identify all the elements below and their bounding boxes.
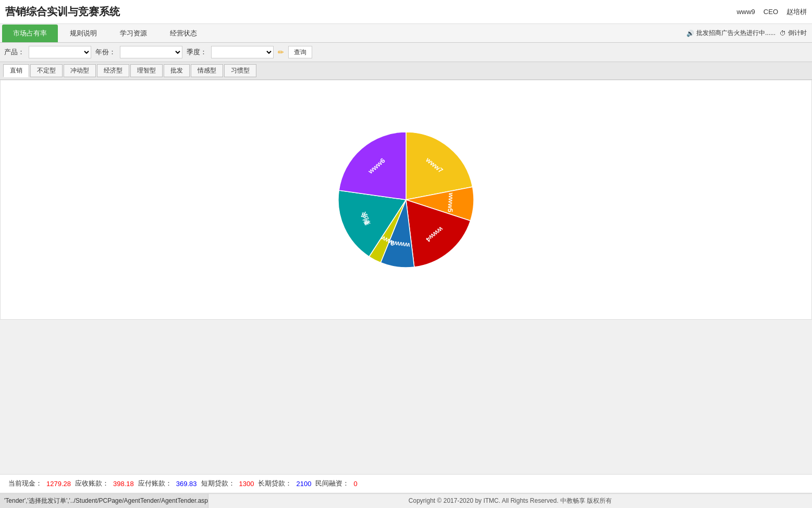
subtab-emotional[interactable]: 情感型 bbox=[191, 64, 223, 77]
speaker-icon: 🔊 bbox=[686, 30, 694, 37]
subtab-impulse[interactable]: 冲动型 bbox=[64, 64, 96, 77]
subtab-wholesale[interactable]: 批发 bbox=[164, 64, 190, 77]
nav-right: 🔊 批发招商广告火热进行中...... ⏱ 倒计时 bbox=[686, 29, 807, 38]
timer-label: 倒计时 bbox=[788, 29, 807, 38]
product-label: 产品： bbox=[4, 47, 24, 57]
query-icon[interactable]: ✏ bbox=[278, 48, 284, 56]
app-title: 营销综合实训与竞赛系统 bbox=[5, 5, 120, 19]
username: www9 bbox=[736, 8, 755, 16]
nav-bar: 市场占有率 规则说明 学习资源 经营状态 🔊 批发招商广告火热进行中......… bbox=[0, 24, 812, 43]
user-name: 赵培栟 bbox=[786, 7, 807, 17]
announcement-bar: 🔊 批发招商广告火热进行中...... bbox=[686, 29, 776, 38]
pie-chart: www7www5www4www3www2剩余www6 bbox=[328, 122, 484, 278]
timer-area: ⏱ 倒计时 bbox=[780, 29, 807, 38]
year-label: 年份： bbox=[95, 47, 116, 57]
chart-container: www7www5www4www3www2剩余www6 bbox=[6, 88, 806, 312]
header: 营销综合实训与竞赛系统 www9 CEO 赵培栟 bbox=[0, 0, 812, 24]
year-select[interactable] bbox=[120, 46, 182, 58]
season-select[interactable] bbox=[211, 46, 274, 58]
main-content: www7www5www4www3www2剩余www6 bbox=[0, 80, 812, 320]
nav-tab-status[interactable]: 经营状态 bbox=[159, 25, 208, 42]
user-role: CEO bbox=[764, 8, 778, 16]
nav-tab-rules[interactable]: 规则说明 bbox=[59, 25, 108, 42]
nav-tab-market[interactable]: 市场占有率 bbox=[2, 25, 58, 42]
subtabs: 直销 不定型 冲动型 经济型 理智型 批发 情感型 习惯型 bbox=[0, 62, 812, 80]
pie-label-www5: www5 bbox=[446, 192, 455, 212]
subtab-economy[interactable]: 经济型 bbox=[97, 64, 129, 77]
announcement-text: 批发招商广告火热进行中...... bbox=[696, 29, 776, 38]
season-label: 季度： bbox=[187, 47, 207, 57]
query-button[interactable]: 查询 bbox=[288, 46, 312, 58]
toolbar: 产品： 年份： 季度： ✏ 查询 bbox=[0, 43, 812, 62]
subtab-rational[interactable]: 理智型 bbox=[130, 64, 163, 77]
nav-tab-resources[interactable]: 学习资源 bbox=[109, 25, 158, 42]
subtab-undefined[interactable]: 不定型 bbox=[30, 64, 63, 77]
subtab-direct[interactable]: 直销 bbox=[3, 64, 29, 77]
timer-icon: ⏱ bbox=[780, 30, 786, 37]
header-right: www9 CEO 赵培栟 bbox=[736, 7, 807, 17]
product-select[interactable] bbox=[29, 46, 91, 58]
subtab-habit[interactable]: 习惯型 bbox=[224, 64, 256, 77]
